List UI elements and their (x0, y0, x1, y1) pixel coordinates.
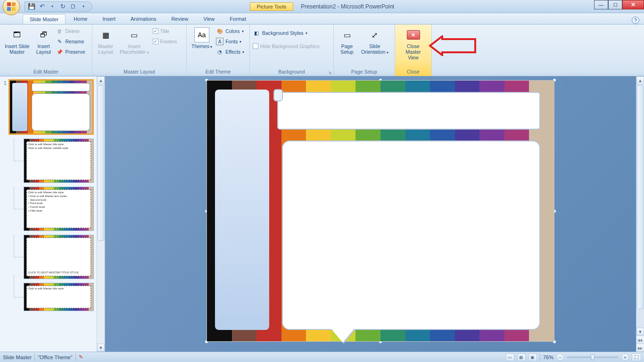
page-setup-button[interactable]: ▭ Page Setup (337, 26, 357, 56)
insert-placeholder-button: ▭ Insert Placeholder (118, 26, 151, 56)
delete-button: 🗑Delete (56, 26, 85, 36)
zoom-level[interactable]: 76% (543, 354, 553, 360)
slide-edit-pane[interactable]: ▲ ▼ ⏮ ⏭ (105, 76, 644, 352)
tab-review[interactable]: Review (164, 14, 195, 24)
zoom-in-button[interactable]: + (621, 354, 629, 361)
insert-layout-button[interactable]: 🗗 Insert Layout (33, 26, 54, 56)
slide-master-icon: 🗔 (9, 27, 25, 42)
scroll-up-icon[interactable]: ▲ (636, 76, 644, 84)
edit-scrollbar[interactable]: ▲ ▼ ⏮ ⏭ (636, 76, 644, 352)
slide-title-placeholder[interactable] (277, 92, 540, 130)
ribbon-tabs: Slide Master Home Insert Animations Revi… (0, 13, 644, 25)
maximize-button[interactable]: ☐ (608, 0, 622, 9)
layout-thumbnail-1[interactable]: Click to edit Master title styleClick to… (24, 139, 94, 183)
rename-button[interactable]: ✎Rename (56, 37, 85, 46)
footers-checkbox: ✓Footers (153, 37, 177, 46)
fit-to-window-button[interactable]: ⛶ (632, 354, 641, 361)
slide-canvas[interactable] (206, 80, 554, 342)
layout-thumbnail-4[interactable]: Click to edit Master title style (24, 283, 94, 311)
status-theme: "Office Theme" (38, 354, 72, 360)
office-button[interactable] (2, 0, 21, 16)
page-setup-icon: ▭ (339, 27, 355, 42)
tab-view[interactable]: View (197, 14, 222, 24)
group-background: ◧Background Styles ▾ Hide Background Gra… (250, 25, 334, 76)
scroll-down-icon[interactable]: ▼ (97, 344, 105, 352)
undo-dropdown-icon[interactable]: ▾ (49, 3, 56, 10)
statusbar: Slide Master "Office Theme" ✎ ▭ ▦ ▣ 76% … (0, 352, 644, 362)
group-label-master-layout: Master Layout (95, 68, 183, 76)
themes-button[interactable]: Aa Themes (190, 26, 214, 50)
group-label-page-setup: Page Setup (337, 68, 392, 76)
next-slide-icon[interactable]: ⏭ (636, 344, 644, 352)
orientation-icon: ⤢ (367, 27, 382, 42)
preserve-icon: 📌 (56, 48, 64, 56)
quick-access-toolbar: 💾 ↶ ▾ ↻ 🗋 ▾ (25, 1, 92, 12)
fonts-icon: A (216, 38, 223, 45)
slideshow-view-button[interactable]: ▣ (528, 354, 537, 361)
group-label-background[interactable]: Background (253, 68, 330, 76)
zoom-out-button[interactable]: − (556, 354, 564, 361)
master-layout-icon: ▦ (98, 27, 113, 42)
redo-icon[interactable]: ↻ (59, 3, 66, 10)
qat-dropdown-icon[interactable]: ▾ (80, 3, 87, 10)
background-styles-button[interactable]: ◧Background Styles ▾ (253, 28, 319, 38)
save-icon[interactable]: 💾 (28, 3, 35, 10)
sorter-view-button[interactable]: ▦ (517, 354, 526, 361)
context-tab-picture-tools: Picture Tools (250, 2, 294, 11)
layout-thumbnail-2[interactable]: Click to edit Master title style• Click … (24, 187, 94, 231)
svg-rect-3 (7, 7, 11, 11)
prev-slide-icon[interactable]: ⏮ (636, 336, 644, 344)
new-icon[interactable]: 🗋 (69, 3, 77, 10)
group-label-close: Close (398, 68, 429, 76)
placeholder-icon: ▭ (127, 27, 142, 42)
group-master-layout: ▦ Master Layout ▭ Insert Placeholder ✓Ti… (92, 25, 187, 76)
scroll-up-icon[interactable]: ▲ (97, 76, 105, 84)
insert-slide-master-button[interactable]: 🗔 Insert Slide Master (3, 26, 32, 56)
close-window-button[interactable]: ✕ (622, 0, 644, 9)
app-title: Presentation2 - Microsoft PowerPoint (301, 3, 394, 10)
slide-orientation-button[interactable]: ⤢ Slide Orientation (359, 26, 390, 56)
svg-rect-2 (12, 2, 16, 6)
master-thumbnail[interactable]: 1 (8, 79, 94, 135)
master-layout-button: ▦ Master Layout (95, 26, 116, 56)
svg-rect-1 (7, 2, 11, 6)
group-label-edit-theme: Edit Theme (190, 68, 247, 76)
preserve-button[interactable]: 📌Preserve (56, 47, 85, 57)
colors-button[interactable]: 🎨Colors ▾ (216, 26, 244, 36)
rename-icon: ✎ (56, 38, 64, 45)
close-master-view-button[interactable]: ✕ Close Master View (398, 26, 429, 61)
tab-format[interactable]: Format (223, 14, 253, 24)
colors-icon: 🎨 (216, 27, 223, 35)
spellcheck-icon[interactable]: ✎ (79, 354, 83, 360)
svg-rect-4 (12, 7, 16, 11)
slide-content-placeholder[interactable] (282, 140, 540, 330)
tab-animations[interactable]: Animations (124, 14, 163, 24)
layout-thumbnail-3[interactable]: CLICK TO EDIT MASTER TITLE STYLE (24, 235, 94, 279)
group-page-setup: ▭ Page Setup ⤢ Slide Orientation Page Se… (334, 25, 395, 76)
effects-button[interactable]: ◔Effects ▾ (216, 47, 244, 57)
group-label-edit-master: Edit Master (3, 68, 89, 76)
minimize-button[interactable]: — (594, 0, 608, 9)
titlebar: 💾 ↶ ▾ ↻ 🗋 ▾ Picture Tools Presentation2 … (0, 0, 644, 13)
svg-point-0 (3, 0, 20, 15)
window-controls: — ☐ ✕ (594, 0, 644, 9)
tab-home[interactable]: Home (66, 14, 94, 24)
scroll-down-icon[interactable]: ▼ (636, 328, 644, 336)
tab-insert[interactable]: Insert (95, 14, 123, 24)
help-icon[interactable]: ? (632, 16, 639, 24)
undo-icon[interactable]: ↶ (38, 3, 46, 10)
background-styles-icon: ◧ (253, 29, 260, 37)
close-icon: ✕ (407, 30, 420, 40)
hide-background-checkbox: Hide Background Graphics (253, 41, 319, 51)
ribbon: 🗔 Insert Slide Master 🗗 Insert Layout 🗑D… (0, 25, 644, 76)
layout-icon: 🗗 (36, 27, 51, 42)
group-close: ✕ Close Master View Close (395, 25, 432, 76)
group-edit-master: 🗔 Insert Slide Master 🗗 Insert Layout 🗑D… (0, 25, 92, 76)
tab-slide-master[interactable]: Slide Master (23, 14, 66, 24)
thumbnail-scrollbar[interactable]: ▲ ▼ (97, 76, 105, 352)
group-edit-theme: Aa Themes 🎨Colors ▾ AFonts ▾ ◔Effects ▾ … (187, 25, 250, 76)
slide-side-panel (215, 90, 269, 330)
normal-view-button[interactable]: ▭ (506, 354, 514, 361)
fonts-button[interactable]: AFonts ▾ (216, 37, 244, 46)
zoom-slider[interactable] (567, 356, 619, 358)
